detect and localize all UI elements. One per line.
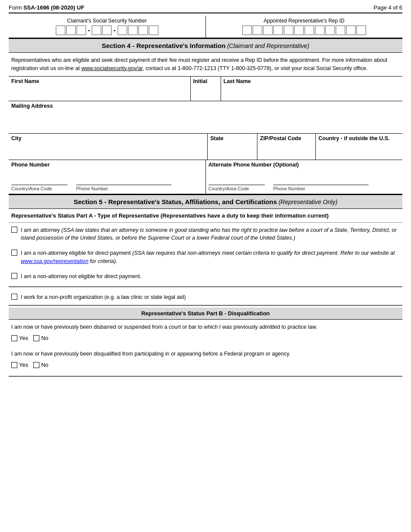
- last-name-label: Last Name: [224, 78, 400, 84]
- nonprofit-text: I work for a non-profit organization (e.…: [21, 293, 400, 301]
- zip-label: ZIP/Postal Code: [260, 135, 313, 141]
- initial-cell: Initial: [191, 77, 221, 101]
- ssa-link[interactable]: www.socialsecurity.gov/ar: [81, 65, 143, 71]
- disq2-no-label: No: [41, 362, 48, 368]
- mailing-section: Mailing Address: [9, 101, 402, 134]
- initial-label: Initial: [193, 78, 218, 84]
- ssn-label: Claimant's Social Security Number: [11, 18, 203, 24]
- attorney-checkbox[interactable]: [11, 227, 17, 233]
- ssn-box-6[interactable]: [118, 26, 127, 35]
- phone-country-code: Country/Area Code: [11, 178, 67, 191]
- repid-box-5[interactable]: [284, 26, 293, 35]
- attorney-row: I am an attorney (SSA law states that an…: [9, 223, 402, 246]
- phone-number-sub-label: Phone Number: [76, 186, 171, 191]
- repid-box-2[interactable]: [253, 26, 262, 35]
- disq2-no-item: No: [33, 362, 48, 368]
- id-row: Claimant's Social Security Number - - Ap…: [9, 16, 402, 38]
- city-field[interactable]: [11, 142, 205, 160]
- alt-phone-label: Alternate Phone Number (Optional): [209, 162, 400, 168]
- country-field[interactable]: [318, 142, 400, 160]
- ssn-box-9[interactable]: [149, 26, 158, 35]
- nonprofit-checkbox[interactable]: [11, 294, 17, 300]
- repid-boxes: [209, 26, 400, 35]
- section5-subtitle: (Representative Only): [279, 199, 337, 205]
- ssn-box-8[interactable]: [138, 26, 148, 35]
- disq1-no-item: No: [33, 335, 48, 341]
- disq2-no-checkbox[interactable]: [33, 362, 39, 368]
- disq1-yes-no: Yes No: [9, 333, 402, 346]
- repid-box-6[interactable]: [294, 26, 304, 35]
- ssn-block: Claimant's Social Security Number - -: [9, 16, 206, 38]
- repid-box-12[interactable]: [356, 26, 366, 35]
- non-attorney-direct-checkbox[interactable]: [11, 250, 17, 256]
- page-number: Page 4 of 6: [374, 4, 403, 11]
- non-attorney-direct-text: I am a non-attorney eligible for direct …: [21, 249, 400, 266]
- alt-phone-number-input[interactable]: [273, 178, 369, 185]
- zip-field[interactable]: [260, 142, 313, 160]
- city-label: City: [11, 135, 205, 141]
- phone-number-label: Phone Number: [11, 162, 203, 168]
- section4-title: Section 4 - Representative's Information: [102, 42, 225, 49]
- alt-phone-number-sub: Phone Number: [273, 178, 369, 191]
- mailing-address-field[interactable]: [11, 110, 400, 131]
- first-name-field[interactable]: [11, 85, 188, 101]
- repid-box-10[interactable]: [336, 26, 345, 35]
- repid-box-4[interactable]: [273, 26, 283, 35]
- attorney-text: I am an attorney (SSA law states that an…: [21, 226, 400, 243]
- repid-box-3[interactable]: [263, 26, 273, 35]
- state-field[interactable]: [210, 142, 254, 160]
- phone-block-main: Phone Number Country/Area Code Phone Num…: [9, 160, 206, 194]
- disq1-yes-item: Yes: [11, 335, 28, 341]
- initial-field[interactable]: [193, 85, 218, 101]
- repid-box-8[interactable]: [315, 26, 324, 35]
- phone-block-alt: Alternate Phone Number (Optional) Countr…: [206, 160, 403, 194]
- phone-country-input[interactable]: [11, 178, 67, 185]
- ssn-box-1[interactable]: [56, 26, 65, 35]
- state-label: State: [210, 135, 254, 141]
- ssn-box-4[interactable]: [92, 26, 101, 35]
- first-name-cell: First Name: [9, 77, 191, 101]
- disq2-text: I am now or have previously been disqual…: [9, 346, 402, 360]
- disq1-yes-checkbox[interactable]: [11, 335, 17, 341]
- repid-block: Appointed Representative's Rep ID: [206, 16, 403, 38]
- ssn-box-3[interactable]: [77, 26, 86, 35]
- disq2-yes-item: Yes: [11, 362, 28, 368]
- ssn-box-2[interactable]: [66, 26, 76, 35]
- disq1-no-checkbox[interactable]: [33, 335, 39, 341]
- disq2-yes-no: Yes No: [9, 360, 402, 373]
- alt-phone-number-sub-label: Phone Number: [273, 186, 369, 191]
- disq2-yes-label: Yes: [19, 362, 28, 368]
- repid-box-11[interactable]: [346, 26, 356, 35]
- repid-box-1[interactable]: [242, 26, 252, 35]
- phone-number-input[interactable]: [76, 178, 171, 185]
- ssn-box-5[interactable]: [102, 26, 112, 35]
- disq2-yes-checkbox[interactable]: [11, 362, 17, 368]
- section4-subtitle: (Claimant and Representative): [227, 42, 309, 49]
- section5-header: Section 5 - Representative's Status, Aff…: [9, 194, 402, 209]
- section4-info: Representatives who are eligible and see…: [9, 53, 402, 77]
- name-row: First Name Initial Last Name: [9, 77, 402, 101]
- disq1-no-label: No: [41, 335, 48, 341]
- country-label: Country - if outside the U.S.: [318, 135, 400, 141]
- phone-country-label: Country/Area Code: [11, 186, 67, 191]
- separator: [9, 286, 402, 287]
- first-name-label: First Name: [11, 78, 188, 84]
- phone-fields-main: Country/Area Code Phone Number: [11, 178, 203, 191]
- non-attorney-no-direct-checkbox[interactable]: [11, 273, 17, 279]
- non-attorney-no-direct-text: I am a non-attorney not eligible for dir…: [21, 272, 400, 281]
- alt-phone-country-input[interactable]: [209, 178, 265, 185]
- zip-cell: ZIP/Postal Code: [257, 134, 316, 160]
- non-attorney-no-direct-row: I am a non-attorney not eligible for dir…: [9, 269, 402, 284]
- alt-phone-country-label: Country/Area Code: [209, 186, 265, 191]
- ssn-box-7[interactable]: [128, 26, 138, 35]
- repid-box-9[interactable]: [325, 26, 335, 35]
- last-name-field[interactable]: [224, 85, 400, 101]
- bottom-border: [9, 376, 402, 377]
- alt-phone-country-code: Country/Area Code: [209, 178, 265, 191]
- ssa-representation-link[interactable]: www.ssa.gov/representation: [21, 258, 88, 264]
- repid-box-7[interactable]: [305, 26, 314, 35]
- phone-number-sub: Phone Number: [76, 178, 171, 191]
- form-id: Form SSA-1696 (08-2020) UF: [9, 4, 84, 11]
- section4-header: Section 4 - Representative's Information…: [9, 38, 402, 53]
- ssn-boxes: - -: [11, 26, 203, 35]
